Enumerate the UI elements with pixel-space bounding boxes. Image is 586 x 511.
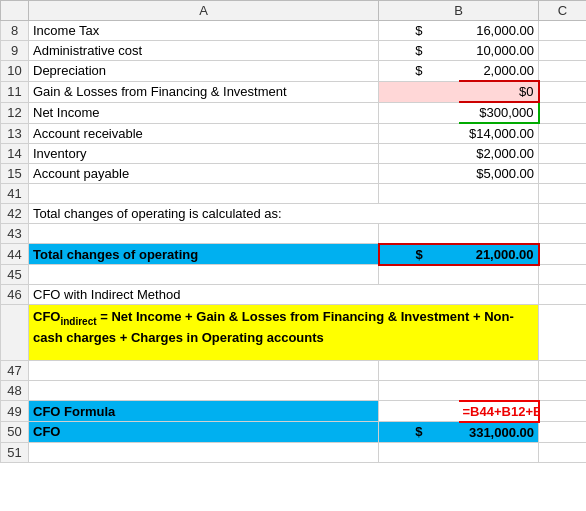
row-num-10: 10 [1,61,29,82]
cell-c46 [539,285,587,305]
cell-b44-value[interactable]: 21,000.00 [459,244,539,265]
cell-b41-dollar[interactable] [379,184,459,204]
cell-b47-value[interactable] [459,361,539,381]
row-num-11: 11 [1,81,29,102]
cell-b11-value[interactable]: $0 [459,81,539,102]
cell-b14-dollar[interactable] [379,144,459,164]
row-9: 9 Administrative cost $ 10,000.00 [1,41,587,61]
row-num-12: 12 [1,102,29,123]
row-num-48: 48 [1,381,29,401]
cell-b50-dollar[interactable]: $ [379,422,459,443]
col-header-c: C [539,1,587,21]
cell-b43-dollar[interactable] [379,224,459,244]
row-10: 10 Depreciation $ 2,000.00 [1,61,587,82]
cell-b43-value[interactable] [459,224,539,244]
row-49: 49 CFO Formula =B44+B12+B11+B9 [1,401,587,422]
cell-b49-dollar[interactable] [379,401,459,422]
cell-c13 [539,123,587,144]
cell-b48-dollar[interactable] [379,381,459,401]
cell-a9[interactable]: Administrative cost [29,41,379,61]
cell-b9-dollar[interactable]: $ [379,41,459,61]
row-num-42: 42 [1,204,29,224]
row-num-45: 45 [1,265,29,285]
row-41: 41 [1,184,587,204]
row-num-50: 50 [1,422,29,443]
cell-b8-dollar[interactable]: $ [379,21,459,41]
cell-b11-dollar[interactable] [379,81,459,102]
cell-b12-dollar[interactable] [379,102,459,123]
cell-b13-value[interactable]: $14,000.00 [459,123,539,144]
cell-a51[interactable] [29,442,379,462]
cell-a41[interactable] [29,184,379,204]
cell-c50 [539,422,587,443]
row-45: 45 [1,265,587,285]
cell-b51-value[interactable] [459,442,539,462]
row-13: 13 Account receivable $14,000.00 [1,123,587,144]
cell-b14-value[interactable]: $2,000.00 [459,144,539,164]
cell-a49[interactable]: CFO Formula [29,401,379,422]
row-num-14: 14 [1,144,29,164]
row-47: 47 [1,361,587,381]
cell-c14 [539,144,587,164]
row-num-13: 13 [1,123,29,144]
cell-c49 [539,401,587,422]
cell-a14[interactable]: Inventory [29,144,379,164]
row-43: 43 [1,224,587,244]
cell-a42[interactable]: Total changes of operating is calculated… [29,204,539,224]
cell-a50[interactable]: CFO [29,422,379,443]
row-51: 51 [1,442,587,462]
cell-c42 [539,204,587,224]
row-num-51: 51 [1,442,29,462]
spreadsheet: A B C 8 Income Tax $ 16,000.00 9 Adminis… [0,0,586,463]
cell-b12-value[interactable]: $300,000 [459,102,539,123]
cell-c15 [539,164,587,184]
cell-a8[interactable]: Income Tax [29,21,379,41]
cell-b49-formula[interactable]: =B44+B12+B11+B9 [459,401,539,422]
cell-a10[interactable]: Depreciation [29,61,379,82]
cell-a13[interactable]: Account receivable [29,123,379,144]
cell-b44-dollar[interactable]: $ [379,244,459,265]
cell-a12[interactable]: Net Income [29,102,379,123]
cell-a11[interactable]: Gain & Losses from Financing & Investmen… [29,81,379,102]
cell-b45-dollar[interactable] [379,265,459,285]
cell-a46[interactable]: CFO with Indirect Method [29,285,539,305]
cell-b10-value[interactable]: 2,000.00 [459,61,539,82]
cell-b8-value[interactable]: 16,000.00 [459,21,539,41]
row-50: 50 CFO $ 331,000.00 [1,422,587,443]
cfo-subscript-label: CFOindirect = Net Income + Gain & Losses… [33,309,514,345]
cell-a47[interactable] [29,361,379,381]
row-num-44: 44 [1,244,29,265]
cell-a15[interactable]: Account payable [29,164,379,184]
corner-header [1,1,29,21]
cell-b15-value[interactable]: $5,000.00 [459,164,539,184]
cell-b10-dollar[interactable]: $ [379,61,459,82]
cell-c43 [539,224,587,244]
cell-c8 [539,21,587,41]
row-num-43: 43 [1,224,29,244]
row-48: 48 [1,381,587,401]
cell-a48[interactable] [29,381,379,401]
cell-formula-desc[interactable]: CFOindirect = Net Income + Gain & Losses… [29,305,539,361]
cell-b45-value[interactable] [459,265,539,285]
cell-b9-value[interactable]: 10,000.00 [459,41,539,61]
cell-b51-dollar[interactable] [379,442,459,462]
row-15: 15 Account payable $5,000.00 [1,164,587,184]
cell-b41-value[interactable] [459,184,539,204]
cell-a44[interactable]: Total changes of operating [29,244,379,265]
cell-b48-value[interactable] [459,381,539,401]
cell-c41 [539,184,587,204]
cell-b47-dollar[interactable] [379,361,459,381]
row-46: 46 CFO with Indirect Method [1,285,587,305]
row-44: 44 Total changes of operating $ 21,000.0… [1,244,587,265]
cell-c10 [539,61,587,82]
cell-c48 [539,381,587,401]
cell-b50-value[interactable]: 331,000.00 [459,422,539,443]
row-num-41: 41 [1,184,29,204]
cell-c51 [539,442,587,462]
cell-b15-dollar[interactable] [379,164,459,184]
row-num-47: 47 [1,361,29,381]
cell-b13-dollar[interactable] [379,123,459,144]
cell-a45[interactable] [29,265,379,285]
row-11: 11 Gain & Losses from Financing & Invest… [1,81,587,102]
cell-a43[interactable] [29,224,379,244]
